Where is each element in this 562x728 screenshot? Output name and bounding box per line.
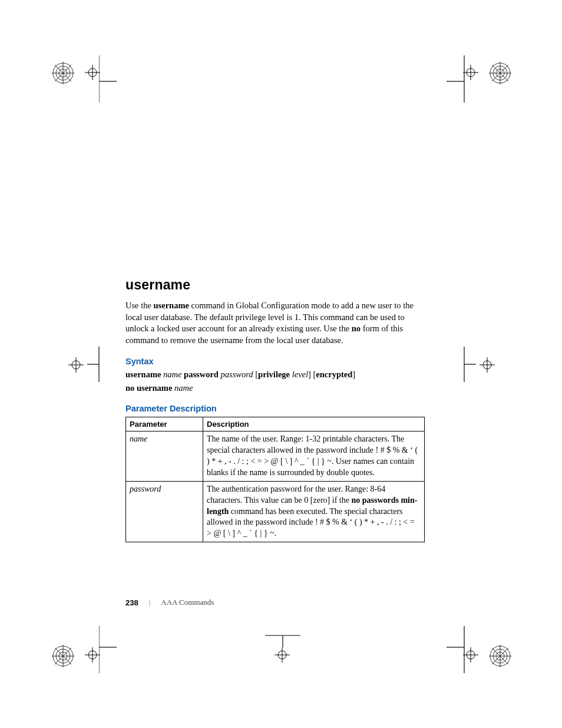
svg-point-58 xyxy=(490,646,510,666)
svg-point-60 xyxy=(496,652,504,660)
svg-point-59 xyxy=(493,649,507,663)
svg-line-17 xyxy=(492,65,508,81)
page-number: 238 xyxy=(125,598,138,607)
svg-point-4 xyxy=(53,63,73,83)
svg-point-5 xyxy=(56,66,70,80)
svg-point-21 xyxy=(496,69,504,77)
chapter-title: AAA Commands xyxy=(161,598,214,607)
svg-line-36 xyxy=(55,648,71,664)
crop-tick-top-left xyxy=(99,55,120,103)
svg-point-40 xyxy=(59,652,67,660)
reg-target-right xyxy=(480,357,495,373)
parameter-name-cell: password xyxy=(126,481,203,542)
syntax-line-2: no username name xyxy=(125,383,425,393)
svg-line-56 xyxy=(492,648,508,664)
reg-target-top-right xyxy=(463,65,478,80)
svg-line-37 xyxy=(55,648,71,664)
reg-target-bottom-left xyxy=(85,647,100,663)
svg-point-31 xyxy=(483,361,491,369)
svg-point-26 xyxy=(72,361,80,369)
page-content: username Use the username command in Glo… xyxy=(125,277,425,542)
svg-point-20 xyxy=(493,66,507,80)
command-title: username xyxy=(125,277,425,293)
parameter-description-cell: The name of the user. Range: 1-32 printa… xyxy=(203,431,425,482)
svg-point-9 xyxy=(88,68,97,77)
reg-target-bottom-center xyxy=(275,647,290,663)
crop-tick-right xyxy=(463,347,477,382)
table-row: nameThe name of the user. Range: 1-32 pr… xyxy=(126,431,425,482)
svg-point-53 xyxy=(467,651,475,659)
intro-paragraph: Use the username command in Global Confi… xyxy=(125,300,425,346)
reg-target-top-left xyxy=(85,65,100,80)
svg-point-19 xyxy=(490,63,510,83)
table-row: passwordThe authentication password for … xyxy=(126,481,425,542)
crop-tick-bottom-left xyxy=(99,626,120,673)
crop-tick-bottom-right xyxy=(444,626,465,673)
svg-point-38 xyxy=(53,646,73,666)
crop-tick-top-right xyxy=(444,55,465,103)
svg-point-6 xyxy=(59,69,67,77)
svg-point-43 xyxy=(88,651,97,659)
crop-tick-left xyxy=(87,347,101,382)
reg-target-bottom-right xyxy=(463,647,478,663)
parameter-table: Parameter Description nameThe name of th… xyxy=(125,417,425,542)
table-header-description: Description xyxy=(203,417,425,431)
svg-point-39 xyxy=(56,649,70,663)
svg-line-2 xyxy=(55,65,71,81)
crop-rosette-bottom-left xyxy=(52,645,74,667)
footer-separator: | xyxy=(149,598,151,607)
parameter-name-cell: name xyxy=(126,431,203,482)
svg-point-48 xyxy=(278,651,286,659)
table-header-parameter: Parameter xyxy=(126,417,203,431)
svg-line-18 xyxy=(492,65,508,81)
svg-line-3 xyxy=(55,65,71,81)
section-heading-parameter-description: Parameter Description xyxy=(125,404,425,413)
parameter-description-cell: The authentication password for the user… xyxy=(203,481,425,542)
crop-rosette-bottom-right xyxy=(489,645,511,667)
syntax-line-1: username name password password [privile… xyxy=(125,370,425,380)
crop-rosette-top-right xyxy=(489,62,511,84)
crop-rosette-top-left xyxy=(52,62,74,84)
svg-line-57 xyxy=(492,648,508,664)
section-heading-syntax: Syntax xyxy=(125,357,425,366)
svg-point-14 xyxy=(467,68,475,77)
reg-target-left xyxy=(68,357,84,373)
page-footer: 238 | AAA Commands xyxy=(125,598,214,607)
crop-tick-bottom-center xyxy=(265,634,300,648)
